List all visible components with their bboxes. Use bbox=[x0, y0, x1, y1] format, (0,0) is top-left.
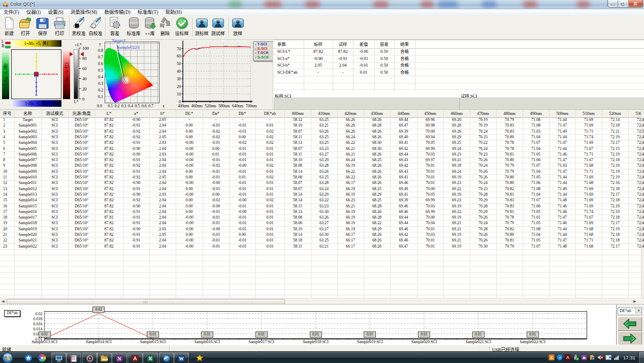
table-row[interactable]: 17Sample016SCID65/10°87.82-0.912.040.00-… bbox=[0, 209, 644, 215]
trend-parameter-dropdown[interactable]: DE*ab ▼ bbox=[618, 308, 642, 315]
table-row[interactable]: 13Sample012SCID65/10°87.82-0.912.040.00-… bbox=[0, 186, 644, 192]
ab-crosshair bbox=[12, 50, 61, 99]
tray-purple-app[interactable] bbox=[581, 354, 588, 361]
table-cell: 63.25 bbox=[311, 134, 337, 140]
table-row[interactable]: 22Sample021SCID65/10°87.82-0.912.04-0.00… bbox=[0, 237, 644, 243]
table-row[interactable]: 21Sample020SCID65/10°87.82-0.912.050.00-… bbox=[0, 232, 644, 237]
menu-item-5[interactable]: 数据传输(D) bbox=[101, 9, 134, 15]
menu-item-7[interactable]: 帮助(H) bbox=[162, 9, 185, 15]
menu-item-1[interactable]: 文件(F) bbox=[0, 9, 23, 15]
column-header-19[interactable]: 470nm bbox=[470, 110, 496, 117]
table-row[interactable]: 5Sample004SCID65/10°87.82-0.912.03-0.00-… bbox=[0, 140, 644, 145]
minimize-button[interactable] bbox=[608, 0, 618, 7]
column-header-21[interactable]: 490nm bbox=[523, 110, 549, 117]
column-header-20[interactable]: 480nm bbox=[496, 110, 523, 117]
tray-ime[interactable] bbox=[605, 354, 612, 361]
table-row[interactable]: 4Sample003SCID65/10°87.82-0.922.050.00-0… bbox=[0, 134, 644, 140]
restore-button[interactable] bbox=[618, 0, 628, 7]
column-header-1[interactable]: 序号 bbox=[0, 110, 14, 117]
quicklaunch-color-wheel[interactable] bbox=[37, 353, 47, 362]
next-sample-button[interactable] bbox=[618, 331, 642, 346]
menu-item-2[interactable]: 仪器(I) bbox=[23, 9, 45, 15]
tray-usb[interactable] bbox=[572, 354, 579, 361]
column-header-24[interactable]: 520nm bbox=[602, 110, 628, 117]
taskbar-app-notebook[interactable] bbox=[66, 352, 81, 363]
param-cell: -0.90 bbox=[304, 55, 333, 63]
menu-item-4[interactable]: 测量操作(M) bbox=[67, 9, 101, 15]
column-header-5[interactable]: L* bbox=[95, 110, 123, 117]
start-button[interactable] bbox=[2, 352, 13, 363]
onenote-icon: N bbox=[115, 354, 123, 362]
close-button[interactable] bbox=[629, 0, 642, 7]
column-header-15[interactable]: 430nm bbox=[364, 110, 390, 117]
toolbar-button-set-standard[interactable]: 设标样 bbox=[171, 16, 193, 38]
column-header-13[interactable]: 410nm bbox=[311, 110, 337, 117]
column-header-7[interactable]: b* bbox=[149, 110, 176, 117]
taskbar-app-folder[interactable] bbox=[96, 352, 112, 363]
taskbar-extra-yellow-star[interactable] bbox=[195, 353, 205, 362]
taskbar-app-excel[interactable] bbox=[143, 352, 158, 363]
menu-item-6[interactable]: 标准库(T) bbox=[134, 9, 162, 15]
table-row[interactable]: 1TargetSCID65/10°87.82-0.902.05----58.12… bbox=[0, 117, 644, 123]
column-header-4[interactable]: 光源/角度 bbox=[68, 110, 95, 117]
tray-network[interactable] bbox=[613, 354, 620, 361]
table-row[interactable]: 9Sample008SCID65/10°87.82-0.922.04-0.00-… bbox=[0, 163, 644, 168]
column-header-8[interactable]: DL* bbox=[176, 110, 203, 117]
column-header-23[interactable]: 510nm bbox=[575, 110, 602, 117]
column-header-22[interactable]: 500nm bbox=[549, 110, 575, 117]
table-cell: 70.01 bbox=[417, 244, 443, 249]
param-cell: -0.91 bbox=[333, 55, 353, 63]
toolbar-button-load-sample[interactable]: 放样 bbox=[227, 16, 249, 38]
table-cell: D65/10° bbox=[68, 140, 95, 145]
table-cell: 6 bbox=[0, 146, 14, 152]
tray-muted-speaker[interactable] bbox=[597, 354, 604, 361]
taskbar-app-onenote[interactable]: N bbox=[112, 352, 127, 363]
table-row[interactable]: 23Sample022SCID65/10°87.82-0.912.04-0.00… bbox=[0, 244, 644, 249]
table-row[interactable]: 20Sample019SCID65/10°87.82-0.902.03-0.00… bbox=[0, 226, 644, 232]
column-header-14[interactable]: 420nm bbox=[337, 110, 364, 117]
dropdown-arrow-icon[interactable]: ▼ bbox=[635, 308, 641, 314]
column-header-17[interactable]: 450nm bbox=[417, 110, 443, 117]
column-header-10[interactable]: Db* bbox=[229, 110, 255, 117]
table-cell: 71.67 bbox=[575, 146, 602, 152]
tray-blue-dot[interactable] bbox=[556, 354, 563, 361]
column-header-3[interactable]: 测试模式 bbox=[41, 110, 68, 117]
table-row[interactable]: 16Sample015SCID65/10°87.82-0.902.040.00-… bbox=[0, 203, 644, 209]
previous-sample-button[interactable] bbox=[618, 317, 642, 331]
table-row[interactable]: 6Sample005SCID65/10°87.82-0.902.04-0.000… bbox=[0, 146, 644, 152]
column-header-2[interactable]: 名称 bbox=[14, 110, 41, 117]
table-row[interactable]: 18Sample017SCID65/10°87.81-0.912.04-0.00… bbox=[0, 215, 644, 220]
tray-pdf-tray[interactable] bbox=[564, 354, 571, 361]
column-header-18[interactable]: 460nm bbox=[443, 110, 470, 117]
table-row[interactable]: 2Sample001SCID65/10°87.82-0.912.040.00-0… bbox=[0, 123, 644, 128]
column-header-16[interactable]: 440nm bbox=[390, 110, 417, 117]
table-row[interactable]: 7Sample006SCID65/10°87.82-0.902.03-0.000… bbox=[0, 152, 644, 157]
table-row[interactable]: 11Sample010SCID65/10°87.82-0.922.050.00-… bbox=[0, 174, 644, 180]
column-header-12[interactable]: 400nm bbox=[284, 110, 311, 117]
table-row[interactable]: 12Sample011SCID65/10°87.82-0.902.04-0.00… bbox=[0, 180, 644, 186]
tray-orange-box[interactable] bbox=[548, 354, 555, 361]
taskbar-app-camera[interactable] bbox=[82, 352, 98, 363]
table-row[interactable]: 3Sample002SCID65/10°87.82-0.922.040.00-0… bbox=[0, 129, 644, 134]
table-row[interactable]: 19Sample018SCID65/10°87.82-0.912.04-0.00… bbox=[0, 220, 644, 226]
taskbar-app-pdf[interactable] bbox=[127, 352, 143, 363]
toolbar-button-measure-trial[interactable]: 测试样 bbox=[207, 16, 229, 38]
taskbar-app-word[interactable]: W bbox=[174, 352, 189, 363]
taskbar-clock[interactable]: 17:31 bbox=[623, 352, 635, 363]
menu-item-3[interactable]: 设置(S) bbox=[44, 9, 67, 15]
taskbar-app-computer[interactable] bbox=[51, 352, 67, 363]
table-row[interactable]: 8Sample007SCID65/10°87.82-0.912.04-0.00-… bbox=[0, 157, 644, 163]
table-cell: 71.74 bbox=[575, 134, 602, 140]
column-header-9[interactable]: Da* bbox=[203, 110, 229, 117]
quicklaunch-blue-star[interactable] bbox=[23, 353, 34, 362]
table-row[interactable]: 14Sample013SCID65/10°87.82-0.902.03-0.00… bbox=[0, 192, 644, 197]
tray-security[interactable] bbox=[589, 354, 596, 361]
taskbar-app-blue-globe[interactable] bbox=[159, 352, 174, 363]
column-header-6[interactable]: a* bbox=[123, 110, 149, 117]
table-cell: 68.28 bbox=[364, 215, 390, 220]
table-row[interactable]: 10Sample009SCID65/10°87.82-0.912.040.00-… bbox=[0, 169, 644, 174]
show-desktop-button[interactable] bbox=[638, 352, 644, 363]
table-row[interactable]: 15Sample014SCID65/10°87.82-0.922.040.00-… bbox=[0, 197, 644, 203]
table-cell: 71.69 bbox=[575, 117, 602, 123]
column-header-11[interactable]: DE*ab bbox=[255, 110, 284, 117]
